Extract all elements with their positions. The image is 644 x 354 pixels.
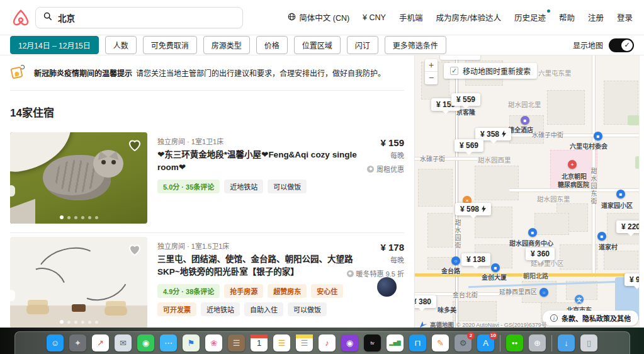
map-label: 金台北街 bbox=[453, 290, 478, 299]
heart-icon[interactable] bbox=[127, 137, 142, 152]
wechat-dock-icon[interactable]: ●● bbox=[506, 334, 523, 351]
map-price-pill[interactable]: ¥ 380 bbox=[414, 295, 436, 308]
nav-history[interactable]: 历史足迹 bbox=[514, 11, 546, 23]
listing-price: ¥ 178 bbox=[341, 242, 404, 253]
tv-dock-icon[interactable]: tv bbox=[364, 334, 381, 351]
search-input[interactable]: 北京 bbox=[35, 7, 243, 28]
metro-icon: ○ bbox=[451, 256, 460, 265]
filter-instant-book[interactable]: 闪订 bbox=[347, 36, 378, 54]
toggle-check-icon: ✓ bbox=[621, 40, 633, 51]
photos-dock-icon[interactable]: ❀ bbox=[205, 334, 222, 351]
price-per-night: 每晚 bbox=[341, 254, 404, 265]
map-search-label: 移动地图时重新搜索 bbox=[463, 66, 531, 76]
nav-language[interactable]: 简体中文 (CN) bbox=[288, 11, 349, 23]
keynote-dock-icon[interactable]: ⊓ bbox=[409, 334, 426, 351]
carousel-prev-button[interactable] bbox=[10, 290, 15, 301]
building-icon: ■ bbox=[528, 228, 537, 237]
trash-dock-icon[interactable]: ▯ bbox=[580, 334, 597, 351]
scrollbar-track[interactable] bbox=[639, 55, 644, 328]
road bbox=[592, 55, 596, 277]
map-price-pill[interactable]: ¥ 598 bbox=[455, 203, 491, 215]
map-label: 甜水园北里 bbox=[508, 100, 541, 109]
discount-tag-icon bbox=[367, 166, 374, 173]
safari-dock-icon[interactable]: ↗ bbox=[92, 334, 109, 351]
zoom-in-button[interactable]: + bbox=[425, 59, 438, 72]
price-per-night: 每晚 bbox=[341, 150, 404, 160]
filter-room-type[interactable]: 房源类型 bbox=[203, 36, 250, 54]
contacts-dock-icon[interactable]: ☰ bbox=[228, 334, 245, 351]
listing-card[interactable]: 独立房间 · 1室1.5卫1床 三里屯、团结湖、使馆、金台路、朝阳公园、大望路S… bbox=[10, 233, 404, 328]
map-label: 水碓子街 bbox=[420, 154, 445, 163]
notes-dock-icon[interactable]: ☰ bbox=[296, 334, 313, 351]
filter-price[interactable]: 价格 bbox=[256, 36, 288, 54]
listing-title[interactable]: ❤东三环黄金地段*温馨小屋❤Feng&Aqi cozy single room❤ bbox=[157, 149, 365, 173]
music-dock-icon[interactable]: ♪ bbox=[319, 334, 336, 351]
info-icon: i bbox=[550, 314, 558, 322]
map-label: 味多美 bbox=[438, 305, 456, 314]
facetime-dock-icon[interactable]: ◉ bbox=[137, 334, 154, 351]
listing-title[interactable]: 三里屯、团结湖、使馆、金台路、朝阳公园、大望路SKP~地铁旁的阳光卧室【银子的家… bbox=[157, 253, 365, 278]
downloads-folder-dock-icon[interactable]: ↓ bbox=[558, 334, 575, 351]
macos-dock: ☺✦↗✉◉⋯⚑❀☰1☰☰♪◉tv▂▅▇⊓✎⚙2A10●●⊕↓▯ bbox=[14, 331, 630, 354]
nav-currency[interactable]: ¥ CNY bbox=[363, 13, 386, 22]
show-map-control: 显示地图 ✓ bbox=[573, 38, 634, 52]
calendar-dock-icon[interactable]: 1 bbox=[251, 334, 268, 351]
listing-photo[interactable] bbox=[10, 132, 147, 224]
listing-type: 独立房间 · 1室1卫1床 bbox=[157, 136, 331, 146]
map-search-on-move[interactable]: ✓ 移动地图时重新搜索 bbox=[444, 63, 537, 79]
map-price-pill[interactable]: ¥ 569 bbox=[455, 139, 483, 152]
carousel-dots[interactable] bbox=[10, 216, 147, 219]
nav-help[interactable]: 帮助 bbox=[559, 11, 575, 23]
map-price-pill[interactable]: ¥ 358 bbox=[475, 128, 511, 140]
map-label: 朝阳北路 bbox=[523, 271, 548, 280]
filter-area[interactable]: 位置区域 bbox=[294, 36, 341, 54]
nav-login[interactable]: 登录 bbox=[617, 11, 633, 23]
filter-dates[interactable]: 12月14日 – 12月15日 bbox=[10, 36, 99, 54]
carousel-dots[interactable] bbox=[10, 321, 147, 324]
nav-become-host[interactable]: 成为房东/体验达人 bbox=[436, 11, 500, 23]
covid-notice-icon bbox=[10, 65, 25, 80]
map-label: 延静西里西区 bbox=[499, 287, 537, 296]
mail-dock-icon[interactable]: ✉ bbox=[115, 334, 132, 351]
filter-guests[interactable]: 人数 bbox=[105, 36, 137, 54]
map-price-pill[interactable]: ¥ 559 bbox=[451, 93, 480, 106]
hotel-icon: ■ bbox=[521, 116, 529, 125]
show-map-toggle[interactable]: ✓ bbox=[609, 38, 634, 52]
nav-signup[interactable]: 注册 bbox=[588, 11, 604, 23]
map-panel[interactable]: + − ✓ 移动地图时重新搜索 六里屯东里甜水园北里京客隆德全酒店水碓子中街六里… bbox=[414, 55, 644, 328]
map-label: 甜水园西里 bbox=[478, 155, 511, 164]
map-label: 甜水园东街 bbox=[589, 168, 598, 205]
nav-mobile[interactable]: 手机端 bbox=[399, 11, 423, 23]
feature-badge: 近地铁站 bbox=[224, 180, 263, 193]
airbnb-logo-icon[interactable] bbox=[11, 7, 30, 28]
zoom-out-button[interactable]: − bbox=[425, 72, 438, 84]
system-preferences-dock-icon[interactable]: ⚙2 bbox=[455, 334, 472, 351]
map-label: 德全酒店 bbox=[508, 125, 533, 134]
filter-more[interactable]: 更多筛选条件 bbox=[385, 36, 446, 54]
map-terms-button[interactable]: i 条款、隐私政策及其他 bbox=[543, 311, 638, 326]
listing-photo[interactable] bbox=[10, 237, 147, 328]
filter-free-cancel[interactable]: 可免费取消 bbox=[143, 36, 197, 54]
podcasts-dock-icon[interactable]: ◉ bbox=[341, 334, 358, 351]
feature-badge: 近地铁站 bbox=[201, 302, 240, 316]
heart-icon[interactable] bbox=[127, 242, 142, 257]
app-store-dock-icon[interactable]: A10 bbox=[477, 334, 494, 351]
hospital-icon: + bbox=[568, 160, 577, 169]
notification-dot bbox=[547, 9, 550, 13]
reminders-dock-icon[interactable]: ☰ bbox=[273, 334, 290, 351]
road bbox=[509, 134, 644, 137]
google-earth-dock-icon[interactable]: ⊕ bbox=[529, 334, 546, 351]
map-price-pill[interactable]: ¥ 360 bbox=[526, 248, 555, 260]
messages-dock-icon[interactable]: ⋯ bbox=[160, 334, 177, 351]
launchpad-dock-icon[interactable]: ✦ bbox=[69, 334, 86, 351]
listing-card[interactable]: 独立房间 · 1室1卫1床 ❤东三环黄金地段*温馨小屋❤Feng&Aqi coz… bbox=[10, 128, 404, 233]
flash-booking-icon bbox=[502, 130, 506, 137]
carousel-prev-button[interactable] bbox=[10, 185, 15, 197]
numbers-dock-icon[interactable]: ▂▅▇ bbox=[387, 334, 404, 351]
pages-dock-icon[interactable]: ✎ bbox=[432, 334, 449, 351]
map-price-pill[interactable]: ¥ 138 bbox=[461, 253, 490, 266]
checkbox-checked-icon[interactable]: ✓ bbox=[450, 67, 458, 75]
maps-dock-icon[interactable]: ⚑ bbox=[183, 334, 200, 351]
map-label: 甜水园商务中心 bbox=[509, 238, 553, 248]
finder-dock-icon[interactable]: ☺ bbox=[47, 334, 64, 351]
